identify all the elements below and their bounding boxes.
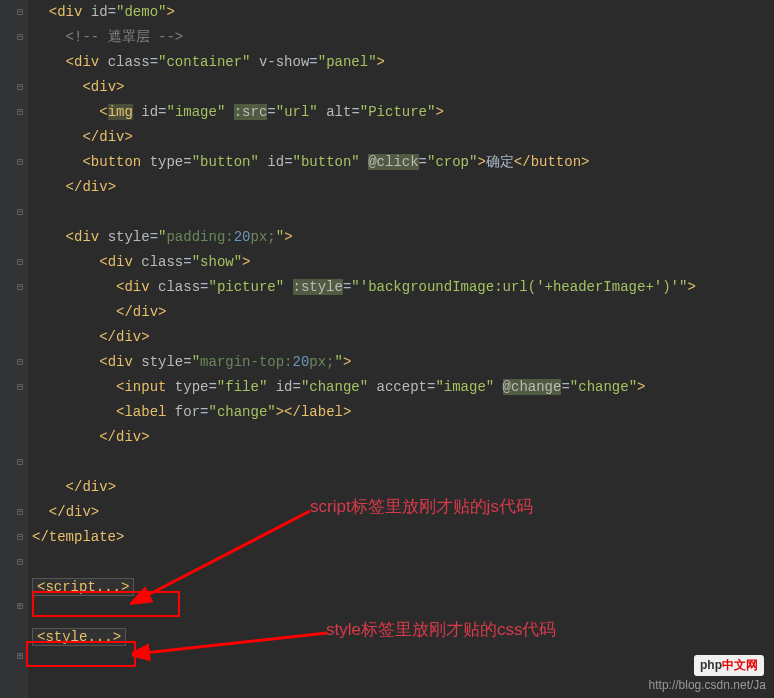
fold-open-icon[interactable]: ⊟ [14,107,26,119]
code-line[interactable]: </template> [32,525,772,550]
annotation-script-note: script标签里放刚才贴的js代码 [310,495,533,518]
code-line[interactable]: <button type="button" id="button" @click… [32,150,772,175]
fold-close-icon[interactable]: ⊟ [14,457,26,469]
code-line[interactable]: <!-- 遮罩层 --> [32,25,772,50]
code-line[interactable]: </div> [32,300,772,325]
fold-open-icon[interactable]: ⊟ [14,282,26,294]
code-editor[interactable]: <div id="demo"> <!-- 遮罩层 --> <div class=… [32,0,772,650]
code-line[interactable] [32,550,772,575]
fold-open-icon[interactable]: ⊟ [14,82,26,94]
fold-open-icon[interactable]: ⊟ [14,382,26,394]
fold-open-icon[interactable]: ⊟ [14,257,26,269]
fold-close-icon[interactable]: ⊟ [14,507,26,519]
code-line[interactable]: <img id="image" :src="url" alt="Picture"… [32,100,772,125]
fold-open-icon[interactable]: ⊟ [14,7,26,19]
code-line[interactable]: <div class="container" v-show="panel"> [32,50,772,75]
code-line[interactable]: <div class="picture" :style="'background… [32,275,772,300]
code-line[interactable]: <div style="padding:20px;"> [32,225,772,250]
url-watermark: http://blog.csdn.net/Ja [649,678,766,692]
code-line[interactable] [32,200,772,225]
gutter: ⊟ ⊟ ⊟ ⊟ ⊟ ⊟ ⊟ ⊟ ⊟ ⊟ ⊟ ⊟ ⊟ ⊟ ⊞ ⊞ [0,0,28,698]
fold-close-icon[interactable]: ⊟ [14,207,26,219]
code-line[interactable]: <input type="file" id="change" accept="i… [32,375,772,400]
fold-collapsed-icon[interactable]: ⊞ [14,601,26,613]
annotation-style-note: style标签里放刚才贴的css代码 [326,618,556,641]
code-line[interactable]: </div> [32,325,772,350]
code-line[interactable]: <div class="show"> [32,250,772,275]
code-line[interactable]: </div> [32,125,772,150]
annotation-box-script [32,591,180,617]
code-line[interactable]: <div> [32,75,772,100]
code-line[interactable]: <label for="change"></label> [32,400,772,425]
code-line[interactable] [32,450,772,475]
fold-collapsed-icon[interactable]: ⊞ [14,651,26,663]
fold-close-icon[interactable]: ⊟ [14,357,26,369]
code-line[interactable]: </div> [32,175,772,200]
logo-watermark: php中文网 [694,655,764,676]
fold-open-icon[interactable]: ⊟ [14,32,26,44]
code-line[interactable]: <div style="margin-top:20px;"> [32,350,772,375]
fold-close-icon[interactable]: ⊟ [14,557,26,569]
annotation-box-style [26,641,136,667]
fold-close-icon[interactable]: ⊟ [14,157,26,169]
fold-close-icon[interactable]: ⊟ [14,532,26,544]
code-line[interactable]: <div id="demo"> [32,0,772,25]
code-line[interactable]: </div> [32,425,772,450]
